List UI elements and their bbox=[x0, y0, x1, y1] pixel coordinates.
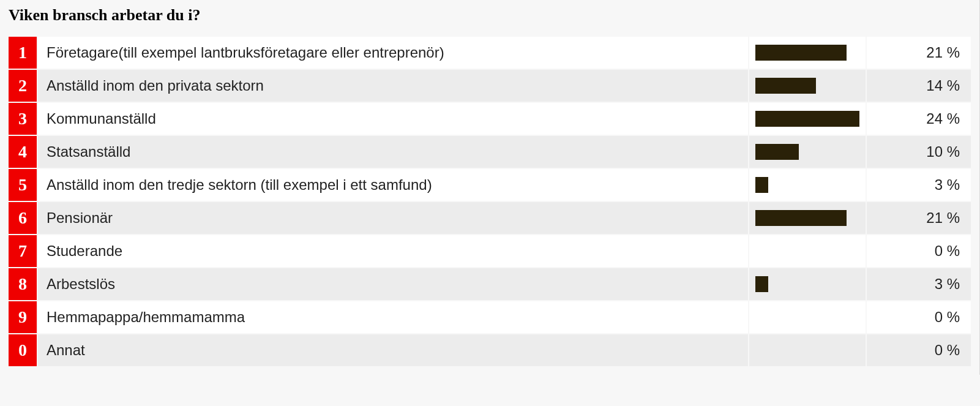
table-row: 7 Studerande 0 % bbox=[9, 235, 971, 267]
percent-label: 21 % bbox=[867, 202, 971, 234]
bar-wrap bbox=[755, 45, 859, 61]
bar-fill bbox=[755, 78, 816, 94]
bar-wrap bbox=[755, 276, 859, 292]
bar-fill bbox=[755, 144, 799, 160]
table-row: 5 Anställd inom den tredje sektorn (till… bbox=[9, 169, 971, 201]
option-number: 4 bbox=[9, 136, 37, 168]
bar-cell bbox=[749, 268, 866, 300]
percent-label: 0 % bbox=[867, 334, 971, 366]
bar-wrap bbox=[755, 210, 859, 226]
option-label: Hemmapappa/hemmamamma bbox=[38, 301, 748, 333]
bar-fill bbox=[755, 177, 768, 193]
results-table: 1 Företagare(till exempel lantbruksföret… bbox=[7, 36, 972, 367]
table-row: 8 Arbestslös 3 % bbox=[9, 268, 971, 300]
percent-label: 14 % bbox=[867, 70, 971, 102]
option-number: 9 bbox=[9, 301, 37, 333]
percent-label: 3 % bbox=[867, 268, 971, 300]
bar-wrap bbox=[755, 111, 859, 127]
option-label: Anställd inom den tredje sektorn (till e… bbox=[38, 169, 748, 201]
table-row: 0 Annat 0 % bbox=[9, 334, 971, 366]
option-label: Pensionär bbox=[38, 202, 748, 234]
option-label: Anställd inom den privata sektorn bbox=[38, 70, 748, 102]
bar-wrap bbox=[755, 78, 859, 94]
option-label: Arbestslös bbox=[38, 268, 748, 300]
table-row: 2 Anställd inom den privata sektorn 14 % bbox=[9, 70, 971, 102]
percent-label: 24 % bbox=[867, 103, 971, 135]
option-number: 5 bbox=[9, 169, 37, 201]
bar-wrap bbox=[755, 243, 859, 259]
bar-cell bbox=[749, 301, 866, 333]
bar-cell bbox=[749, 235, 866, 267]
table-row: 3 Kommunanställd 24 % bbox=[9, 103, 971, 135]
percent-label: 0 % bbox=[867, 301, 971, 333]
bar-cell bbox=[749, 202, 866, 234]
bar-fill bbox=[755, 45, 847, 61]
bar-cell bbox=[749, 37, 866, 69]
percent-label: 21 % bbox=[867, 37, 971, 69]
option-number: 1 bbox=[9, 37, 37, 69]
option-label: Studerande bbox=[38, 235, 748, 267]
percent-label: 3 % bbox=[867, 169, 971, 201]
option-label: Kommunanställd bbox=[38, 103, 748, 135]
option-number: 0 bbox=[9, 334, 37, 366]
percent-label: 10 % bbox=[867, 136, 971, 168]
bar-cell bbox=[749, 136, 866, 168]
option-number: 6 bbox=[9, 202, 37, 234]
table-row: 4 Statsanställd 10 % bbox=[9, 136, 971, 168]
option-number: 8 bbox=[9, 268, 37, 300]
option-label: Statsanställd bbox=[38, 136, 748, 168]
option-number: 3 bbox=[9, 103, 37, 135]
question-title: Viken bransch arbetar du i? bbox=[9, 6, 972, 24]
bar-fill bbox=[755, 111, 859, 127]
table-row: 6 Pensionär 21 % bbox=[9, 202, 971, 234]
option-label: Annat bbox=[38, 334, 748, 366]
survey-results: Viken bransch arbetar du i? 1 Företagare… bbox=[0, 0, 980, 375]
bar-wrap bbox=[755, 342, 859, 358]
table-row: 9 Hemmapappa/hemmamamma 0 % bbox=[9, 301, 971, 333]
percent-label: 0 % bbox=[867, 235, 971, 267]
bar-cell bbox=[749, 334, 866, 366]
table-row: 1 Företagare(till exempel lantbruksföret… bbox=[9, 37, 971, 69]
option-number: 2 bbox=[9, 70, 37, 102]
bar-wrap bbox=[755, 309, 859, 325]
bar-wrap bbox=[755, 177, 859, 193]
bar-cell bbox=[749, 103, 866, 135]
bar-cell bbox=[749, 169, 866, 201]
bar-wrap bbox=[755, 144, 859, 160]
bar-fill bbox=[755, 210, 847, 226]
option-label: Företagare(till exempel lantbruksföretag… bbox=[38, 37, 748, 69]
bar-fill bbox=[755, 276, 768, 292]
option-number: 7 bbox=[9, 235, 37, 267]
bar-cell bbox=[749, 70, 866, 102]
